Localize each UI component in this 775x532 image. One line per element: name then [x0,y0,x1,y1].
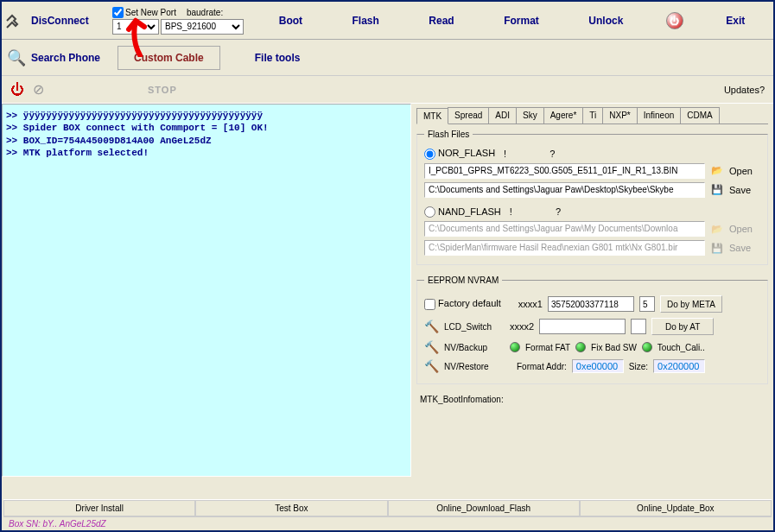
nand-path2-field: C:\SpiderMan\firmware Hasil Read\nexian … [424,240,705,256]
save-button-disabled: Save [729,243,760,253]
tab-ti[interactable]: Ti [582,107,603,124]
custom-cable-button[interactable]: Custom Cable [118,46,220,70]
xxxx2-input[interactable] [539,319,626,334]
driver-install-cell[interactable]: Driver Install [3,500,195,516]
updates-link[interactable]: Updates? [724,85,765,95]
nv-restore-button[interactable]: NV/Restore [444,362,505,371]
nand-path1-field: C:\Documents and Settings\Jaguar Paw\My … [424,221,705,237]
flash-files-fieldset: Flash Files NOR_FLASH ! ? I_PCB01_GPRS_M… [416,130,768,265]
open-button-disabled: Open [729,224,760,234]
box-sn-label: Box SN: bY.. AnGeL25dZ [3,516,772,530]
size-label: Size: [629,362,648,371]
flash-files-legend: Flash Files [424,130,473,139]
unlock-button[interactable]: Unlock [581,11,630,30]
factory-default-checkbox[interactable] [424,299,435,310]
tab-mtk[interactable]: MTK [416,108,448,124]
tab-sky[interactable]: Sky [516,107,544,124]
log-line: >> ÿÿÿÿÿÿÿÿÿÿÿÿÿÿÿÿÿÿÿÿÿÿÿÿÿÿÿÿÿÿÿÿÿÿÿÿÿ… [6,110,407,122]
log-line: >> MTK platform selected! [6,147,407,159]
test-box-cell[interactable]: Test Box [195,500,387,516]
nor-path1-field[interactable]: I_PCB01_GPRS_MT6223_S00.G505_E511_01F_IN… [424,163,705,179]
hammer-icon: 🔨 [424,340,439,354]
save-button[interactable]: Save [729,185,760,195]
nand-flash-radio-label[interactable]: NAND_FLASH [424,206,501,218]
do-by-meta-button[interactable]: Do by META [660,295,722,313]
tab-infineon[interactable]: Infineon [637,107,682,124]
nor-flash-radio[interactable] [424,149,435,160]
xxxx1-small-input[interactable] [639,296,655,312]
cancel-icon: ⊘ [33,81,44,98]
hammer-icon: 🔨 [424,359,439,373]
plug-icon [5,12,26,29]
save-disk-icon[interactable]: 💾 [708,184,726,195]
stop-label: STOP [148,85,177,95]
green-led-icon [642,342,652,352]
green-led-icon [510,342,520,352]
tab-cdma[interactable]: CDMA [680,107,719,124]
magnifier-icon: 🔍 [7,48,26,67]
eeprom-fieldset: EEPROM NVRAM Factory default xxxx1 Do by… [416,276,768,384]
lcd-switch-button[interactable]: LCD_Switch [444,322,505,332]
format-fat-button[interactable]: Format FAT [525,343,570,352]
xxxx1-input[interactable] [548,296,634,312]
size-value[interactable]: 0x200000 [653,359,705,373]
disconnect-button[interactable]: DisConnect [5,12,109,29]
set-new-port-label: Set New Port [125,8,176,17]
log-line: >> Spider BOX connect with Commport = [1… [6,122,407,134]
disconnect-label: DisConnect [31,15,89,27]
tab-nxp[interactable]: NXP* [602,107,637,124]
log-console: >> ÿÿÿÿÿÿÿÿÿÿÿÿÿÿÿÿÿÿÿÿÿÿÿÿÿÿÿÿÿÿÿÿÿÿÿÿÿ… [2,104,411,477]
shutdown-icon[interactable]: ⏻ [10,82,24,98]
log-line: >> BOX_ID=754A45009D814A00 AnGeL25dZ [6,135,407,147]
open-button[interactable]: Open [729,166,760,176]
green-led-icon [575,342,586,352]
status-bar: Driver Install Test Box Online_Download_… [3,499,772,516]
boot-button[interactable]: Boot [272,11,309,30]
baudrate-select[interactable]: BPS_921600 [161,19,244,35]
online-update-box-cell[interactable]: Online_Update_Box [580,500,772,516]
tab-spread[interactable]: Spread [448,107,489,124]
read-button[interactable]: Read [422,11,461,30]
baudrate-label: baudrate: [187,8,223,17]
hammer-icon: 🔨 [424,320,439,333]
xxxx2-label: xxxx2 [510,321,534,332]
tab-agere[interactable]: Agere* [543,107,584,124]
file-tools-button[interactable]: File tools [255,52,301,64]
eeprom-legend: EEPROM NVRAM [424,276,502,285]
xxxx1-label: xxxx1 [518,299,543,309]
format-button[interactable]: Format [497,11,546,30]
search-phone-button[interactable]: 🔍 Search Phone [7,48,100,67]
power-icon[interactable]: ⏻ [666,12,683,29]
do-by-at-button[interactable]: Do by AT [651,318,714,335]
boot-info-label: MTK_BootInfomation: [416,390,768,409]
exit-button[interactable]: Exit [719,11,752,30]
fix-bad-sw-button[interactable]: Fix Bad SW [591,343,637,352]
open-folder-icon-disabled: 📂 [708,224,726,235]
nand-flash-radio[interactable] [424,206,435,218]
flash-button[interactable]: Flash [346,11,386,30]
save-disk-icon-disabled: 💾 [708,243,726,254]
nor-flash-radio-label[interactable]: NOR_FLASH [424,148,495,160]
open-folder-icon[interactable]: 📂 [708,165,726,176]
nor-path2-field[interactable]: C:\Documents and Settings\Jaguar Paw\Des… [424,182,705,198]
set-new-port-checkbox[interactable] [112,7,124,18]
search-phone-label: Search Phone [31,52,100,64]
factory-default-label[interactable]: Factory default [424,298,501,310]
xxxx2-small-input[interactable] [631,319,646,334]
online-download-flash-cell[interactable]: Online_Download_Flash [388,500,580,516]
nv-backup-button[interactable]: NV/Backup [444,343,505,352]
port-select[interactable]: 1 [112,19,159,35]
tab-adi[interactable]: ADI [488,107,517,124]
format-addr-value[interactable]: 0xe00000 [572,359,624,373]
format-addr-label: Format Addr: [517,362,567,371]
platform-tabs: MTK Spread ADI Sky Agere* Ti NXP* Infine… [416,107,768,124]
touch-cali-button[interactable]: Touch_Cali.. [657,343,705,352]
